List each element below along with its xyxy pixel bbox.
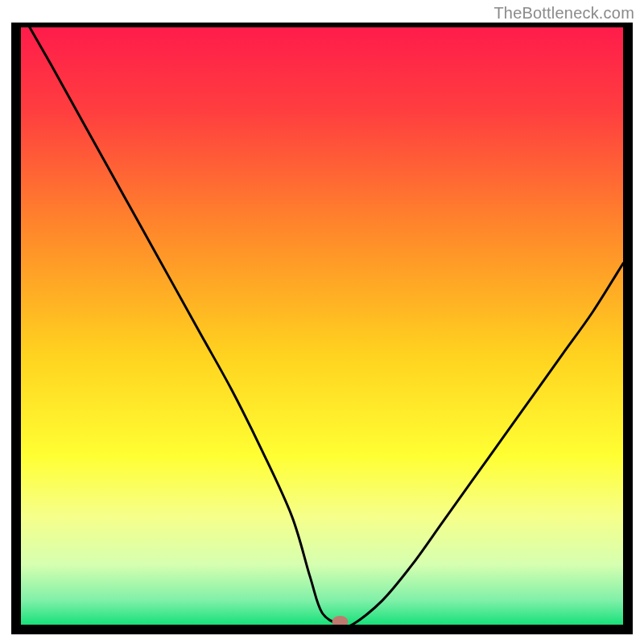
plot-svg bbox=[11, 23, 633, 634]
plot-background bbox=[21, 23, 623, 625]
plot-frame bbox=[11, 23, 633, 634]
chart-container: TheBottleneck.com bbox=[0, 0, 644, 644]
attribution-label: TheBottleneck.com bbox=[493, 4, 634, 23]
